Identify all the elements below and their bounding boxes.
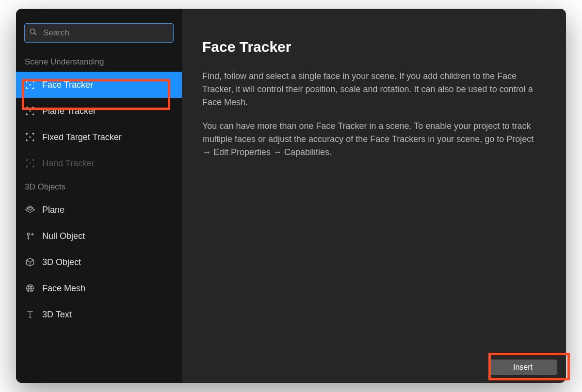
search-field-wrap (24, 23, 174, 43)
section-header-scene-understanding: Scene Understanding (16, 51, 182, 72)
hand-tracker-icon (25, 158, 35, 169)
section-header-3d-objects: 3D Objects (16, 176, 182, 197)
content-pane: Face Tracker Find, follow and select a s… (182, 9, 566, 383)
content-paragraph: You can have more than one Face Tracker … (202, 120, 543, 159)
sidebar-item-plane[interactable]: Plane (16, 197, 182, 223)
sidebar-item-label: 3D Object (42, 257, 81, 267)
face-tracker-icon (25, 79, 35, 90)
sidebar-item-label: Plane Tracker (42, 106, 96, 116)
search-input[interactable] (24, 23, 174, 43)
sidebar-item-label: Null Object (42, 231, 85, 241)
svg-point-0 (30, 29, 35, 34)
sidebar-item-3d-text[interactable]: 3D Text (16, 301, 182, 328)
insert-button[interactable]: Insert (488, 360, 557, 375)
dialog-footer: Insert (182, 351, 566, 383)
content-paragraph: Find, follow and select a single face in… (202, 70, 543, 109)
sidebar-item-label: Plane (42, 205, 65, 215)
sidebar-item-face-mesh[interactable]: Face Mesh (16, 275, 182, 301)
sidebar-item-label: Hand Tracker (42, 158, 95, 169)
svg-marker-11 (27, 206, 33, 210)
cube-icon (25, 257, 35, 267)
svg-point-12 (27, 233, 30, 235)
face-mesh-icon (25, 283, 35, 294)
null-object-icon (25, 231, 35, 241)
dialog-window: Scene Understanding Face Tracker Plane T… (16, 9, 566, 383)
content-description: Find, follow and select a single face in… (202, 70, 543, 159)
text-icon (25, 309, 35, 320)
sidebar: Scene Understanding Face Tracker Plane T… (16, 9, 182, 383)
page-title: Face Tracker (202, 39, 543, 55)
sidebar-item-label: Face Mesh (42, 283, 85, 294)
search-icon (29, 28, 37, 38)
sidebar-item-label: Fixed Target Tracker (42, 132, 122, 142)
sidebar-item-null-object[interactable]: Null Object (16, 223, 182, 249)
sidebar-item-label: Face Tracker (42, 80, 93, 90)
plane-tracker-icon (25, 106, 35, 116)
sidebar-item-3d-object[interactable]: 3D Object (16, 249, 182, 275)
sidebar-item-plane-tracker[interactable]: Plane Tracker (16, 98, 182, 124)
plane-icon (25, 204, 35, 215)
sidebar-item-label: 3D Text (42, 310, 72, 320)
svg-line-1 (34, 33, 36, 35)
sidebar-item-fixed-target-tracker[interactable]: Fixed Target Tracker (16, 124, 182, 150)
sidebar-item-hand-tracker: Hand Tracker (16, 150, 182, 176)
fixed-target-tracker-icon (25, 132, 35, 142)
content-body: Face Tracker Find, follow and select a s… (182, 9, 566, 351)
sidebar-item-face-tracker[interactable]: Face Tracker (16, 72, 182, 98)
